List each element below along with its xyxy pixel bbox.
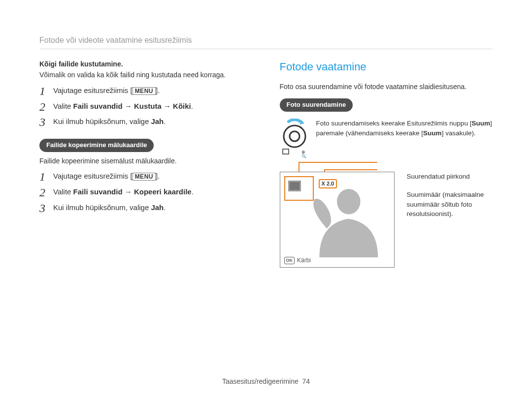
callout-label: Suumimäär (maksimaalne suumimäär sõltub … (407, 190, 493, 219)
step-text: ]. (156, 172, 160, 180)
left-column: Kõigi failide kustutamine. Võimalik on v… (39, 59, 253, 267)
page-footer: Taasesitus/redigeerimine 74 (0, 376, 532, 386)
callout-line (299, 162, 377, 163)
callout-label: Suurendatud piirkond (407, 172, 493, 182)
ok-icon: OK (284, 257, 295, 264)
step-bold: Jah (151, 117, 164, 125)
step-bold: Faili suvandid → Kopeeri kaardile (73, 187, 192, 196)
screen-frame: X 2.0 OK Kärbi (280, 172, 395, 268)
crop-text: Kärbi (297, 256, 311, 265)
page-number: 74 (302, 377, 310, 385)
section-pill: Foto suurendamine (280, 98, 353, 112)
page-header: Fotode või videote vaatamine esitusrežii… (39, 34, 493, 49)
knob-description: Foto suurendamiseks keerake Esitusrežiim… (316, 119, 493, 160)
right-column: Fotode vaatamine Foto osa suurendamine v… (280, 59, 493, 267)
step-item: Kui ilmub hüpiksõnum, valige Jah. (39, 116, 253, 127)
section-heading: Fotode vaatamine (280, 59, 493, 75)
knob-block: ⊕ 🔍 Foto suurendamiseks keerake Esitusre… (280, 119, 493, 160)
zoom-knob-icon: ⊕ 🔍 (280, 119, 309, 160)
svg-point-6 (336, 188, 360, 214)
svg-text:🔍: 🔍 (301, 154, 307, 158)
step-item: Vajutage esitusrežiimis [MENU]. (39, 85, 253, 96)
step-text: Vajutage esitusrežiimis [ (53, 172, 133, 180)
menu-icon: MENU (133, 87, 156, 95)
step-bold: Jah (151, 203, 164, 212)
step-text: Valite (53, 102, 73, 110)
desc-bold: Suum (471, 120, 490, 127)
crop-label: OK Kärbi (284, 256, 311, 265)
section-pill: Failide kopeerimine mälukaardile (39, 139, 154, 152)
step-text: . (164, 117, 166, 125)
section-text: Võimalik on valida ka kõik failid ning k… (39, 70, 253, 80)
step-text: Kui ilmub hüpiksõnum, valige (53, 203, 151, 212)
desc-text: ] vasakule). (442, 129, 476, 137)
zoom-badge: X 2.0 (319, 179, 337, 189)
zoomed-region-thumb (284, 176, 314, 201)
svg-point-1 (284, 125, 305, 147)
content-columns: Kõigi failide kustutamine. Võimalik on v… (39, 59, 493, 267)
svg-point-2 (290, 131, 299, 141)
step-item: Valite Faili suvandid → Kustuta → Kõiki. (39, 101, 253, 112)
footer-text: Taasesitus/redigeerimine (222, 377, 299, 385)
svg-rect-3 (283, 149, 289, 154)
step-item: Valite Faili suvandid → Kopeeri kaardile… (39, 186, 253, 197)
desc-bold: Suum (423, 129, 442, 137)
step-item: Vajutage esitusrežiimis [MENU]. (39, 171, 253, 182)
step-text: Valite (53, 187, 73, 196)
step-text: ]. (156, 86, 160, 94)
steps-list: Vajutage esitusrežiimis [MENU]. Valite F… (39, 171, 253, 213)
desc-text: Foto suurendamiseks keerake Esitusrežiim… (316, 120, 472, 127)
section-title: Kõigi failide kustutamine. (39, 59, 253, 69)
callout-labels: Suurendatud piirkond Suumimäär (maksimaa… (407, 172, 493, 268)
step-text: Vajutage esitusrežiimis [ (53, 86, 133, 94)
step-bold: Faili suvandid → Kustuta → Kõiki (73, 102, 191, 110)
thumb-inner (288, 181, 301, 191)
step-item: Kui ilmub hüpiksõnum, valige Jah. (39, 202, 253, 213)
callout-line (324, 169, 377, 170)
menu-icon: MENU (133, 173, 156, 181)
step-text: Kui ilmub hüpiksõnum, valige (53, 117, 151, 125)
display-figure: X 2.0 OK Kärbi (280, 172, 395, 268)
step-text: . (192, 187, 194, 196)
step-text: . (191, 102, 193, 110)
figure-row: X 2.0 OK Kärbi Suurendatud piirkond Suum… (280, 172, 493, 268)
section-text: Failide kopeerimine sisemälust mälukaard… (39, 156, 253, 166)
step-text: . (164, 203, 166, 212)
intro-text: Foto osa suurendamine või fotode vaatami… (280, 82, 493, 92)
steps-list: Vajutage esitusrežiimis [MENU]. Valite F… (39, 85, 253, 127)
